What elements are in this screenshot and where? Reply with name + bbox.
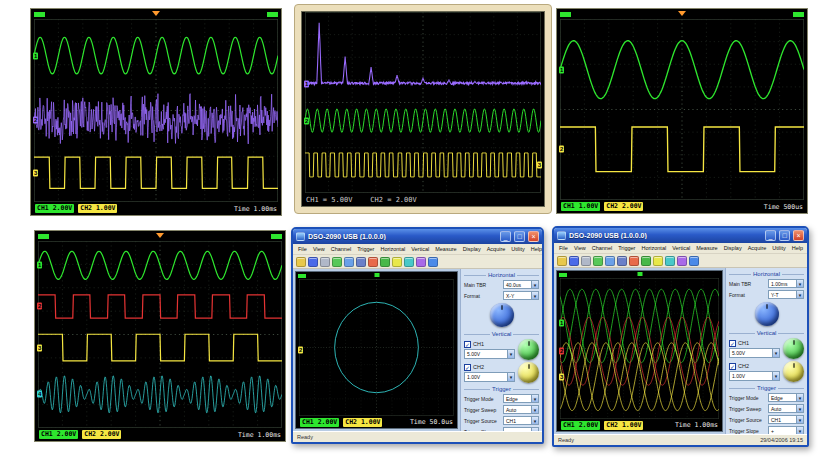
channel-2-icon[interactable] — [665, 256, 675, 266]
chevron-down-icon: ▾ — [507, 350, 514, 358]
timebase-label: Time 1.00ms — [238, 431, 281, 439]
zoom-in-icon[interactable] — [344, 257, 354, 267]
status-text: Ready — [558, 437, 574, 443]
ch2-volts-select[interactable]: 1.00V ▾ — [729, 371, 780, 381]
menu-trigger[interactable]: Trigger — [354, 246, 377, 252]
menu-view[interactable]: View — [571, 245, 589, 251]
run-stop-icon[interactable] — [641, 256, 651, 266]
open-icon[interactable] — [557, 256, 567, 266]
ch2-position-knob[interactable] — [783, 361, 804, 382]
trigger-source-select[interactable]: CH1 ▾ — [768, 415, 804, 424]
channel-marker: 4 — [37, 391, 42, 398]
channel-marker: 3 — [559, 373, 564, 380]
toolbar — [554, 254, 807, 268]
menu-acquire[interactable]: Acquire — [745, 245, 770, 251]
status-text: Ready — [297, 434, 313, 440]
menu-file[interactable]: File — [295, 246, 310, 252]
title-bar[interactable]: DSO-2090 USB (1.0.0.0) _ □ × — [554, 228, 807, 243]
cursor-icon[interactable] — [332, 257, 342, 267]
format-select[interactable]: Y-T ▾ — [768, 290, 804, 299]
help-icon[interactable] — [689, 256, 699, 266]
menu-channel[interactable]: Channel — [328, 246, 355, 252]
trigger-mode-select[interactable]: Edge ▾ — [503, 394, 539, 403]
print-icon[interactable] — [581, 256, 591, 266]
horizontal-knob[interactable] — [755, 302, 779, 326]
menu-utility[interactable]: Utility — [769, 245, 788, 251]
cursor-icon[interactable] — [593, 256, 603, 266]
chevron-down-icon: ▾ — [531, 395, 538, 402]
menu-view[interactable]: View — [310, 246, 328, 252]
help-icon[interactable] — [428, 257, 438, 267]
print-icon[interactable] — [320, 257, 330, 267]
trigger-position-icon — [152, 11, 160, 16]
waveform-display[interactable]: 123 — [560, 278, 719, 419]
trigger-sweep-select[interactable]: Auto ▾ — [768, 404, 804, 413]
channel-marker: 2 — [304, 117, 309, 124]
ch1-volts-select[interactable]: 5.00V ▾ — [464, 349, 515, 359]
display-icon[interactable] — [416, 257, 426, 267]
menu-help[interactable]: Help — [528, 246, 544, 252]
menu-display[interactable]: Display — [721, 245, 745, 251]
ch1-position-knob[interactable] — [783, 338, 804, 359]
maximize-button[interactable]: □ — [779, 230, 790, 241]
menu-horizontal[interactable]: Horizontal — [638, 245, 669, 251]
ch1-status-chip: CH1 2.00V — [39, 430, 78, 439]
channel-2-icon[interactable] — [404, 257, 414, 267]
open-icon[interactable] — [296, 257, 306, 267]
menu-measure[interactable]: Measure — [693, 245, 720, 251]
trigger-mode-label: Trigger Mode — [464, 396, 501, 402]
menu-measure[interactable]: Measure — [432, 246, 459, 252]
trigger-source-select[interactable]: CH1 ▾ — [503, 416, 539, 425]
menu-vertical[interactable]: Vertical — [669, 245, 693, 251]
menu-channel[interactable]: Channel — [589, 245, 616, 251]
menu-display[interactable]: Display — [460, 246, 484, 252]
menu-horizontal[interactable]: Horizontal — [377, 246, 408, 252]
display-icon[interactable] — [677, 256, 687, 266]
ch2-position-knob[interactable] — [518, 362, 539, 383]
menu-utility[interactable]: Utility — [508, 246, 527, 252]
menu-file[interactable]: File — [556, 245, 571, 251]
trigger-sweep-select[interactable]: Auto ▾ — [503, 405, 539, 414]
menu-acquire[interactable]: Acquire — [484, 246, 509, 252]
auto-set-icon[interactable] — [368, 257, 378, 267]
save-icon[interactable] — [569, 256, 579, 266]
main-tbr-select[interactable]: 40.0us ▾ — [503, 280, 539, 289]
maximize-button[interactable]: □ — [514, 231, 525, 242]
ch2-volts-select[interactable]: 1.00V ▾ — [464, 372, 515, 382]
run-stop-icon[interactable] — [380, 257, 390, 267]
zoom-out-icon[interactable] — [617, 256, 627, 266]
zoom-in-icon[interactable] — [605, 256, 615, 266]
format-select[interactable]: X-Y ▾ — [503, 291, 539, 300]
save-icon[interactable] — [308, 257, 318, 267]
ch2-checkbox[interactable]: ✓ — [464, 364, 471, 371]
channel-1-icon[interactable] — [392, 257, 402, 267]
minimize-button[interactable]: _ — [765, 230, 776, 241]
title-bar[interactable]: DSO-2090 USB (1.0.0.0) _ □ × — [293, 229, 542, 244]
ch1-checkbox[interactable]: ✓ — [729, 340, 736, 347]
menu-trigger[interactable]: Trigger — [615, 245, 638, 251]
timebase-label: Time 50.0us — [410, 418, 453, 426]
close-button[interactable]: × — [528, 231, 539, 242]
ch2-volts-value: 1.00V — [730, 373, 772, 379]
scope-display-area: 2 CH1 2.00V CH2 1.00V Time 50.0us — [295, 271, 458, 429]
ch1-position-knob[interactable] — [518, 339, 539, 360]
close-button[interactable]: × — [793, 230, 804, 241]
channel-1-icon[interactable] — [653, 256, 663, 266]
menu-vertical[interactable]: Vertical — [408, 246, 432, 252]
main-tbr-select[interactable]: 1.00ms ▾ — [768, 279, 804, 288]
oscilloscope-screenshot-1: 123 CH1 2.00V CH2 1.00V Time 1.00ms — [30, 8, 282, 216]
ch1-volts-select[interactable]: 5.00V ▾ — [729, 348, 780, 358]
horizontal-knob[interactable] — [490, 303, 514, 327]
datetime-label: 29/04/2006 19:15 — [760, 437, 803, 443]
trigger-sweep-label: Trigger Sweep — [464, 407, 501, 413]
waveform-display[interactable]: 2 — [299, 279, 454, 416]
control-panel: Horizontal Main TBR 1.00ms ▾ Format Y-T … — [725, 268, 807, 434]
auto-set-icon[interactable] — [629, 256, 639, 266]
ch1-checkbox[interactable]: ✓ — [464, 341, 471, 348]
zoom-out-icon[interactable] — [356, 257, 366, 267]
minimize-button[interactable]: _ — [500, 231, 511, 242]
timebase-label: Time 1.00ms — [675, 421, 718, 429]
ch2-checkbox[interactable]: ✓ — [729, 363, 736, 370]
menu-help[interactable]: Help — [789, 245, 806, 251]
trigger-mode-select[interactable]: Edge ▾ — [768, 393, 804, 402]
